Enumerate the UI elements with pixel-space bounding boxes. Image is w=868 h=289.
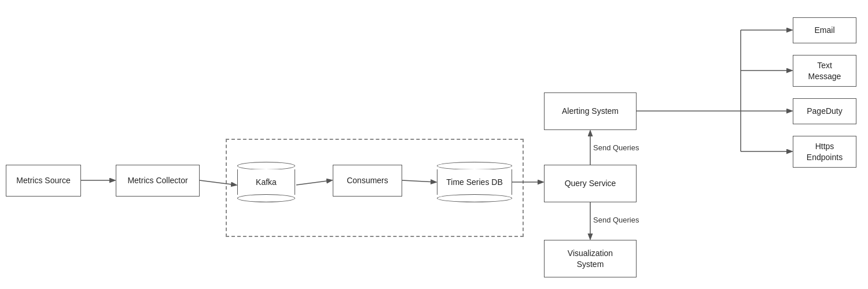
consumers-label: Consumers [347,175,388,186]
visualization-system-label: Visualization System [568,248,613,269]
pageduty-box: PageDuty [793,98,856,124]
alerting-system-label: Alerting System [562,106,619,116]
tsdb-cylinder: Time Series DB [437,161,512,203]
metrics-collector-box: Metrics Collector [116,165,200,197]
consumers-box: Consumers [333,165,402,197]
email-label: Email [814,25,834,35]
metrics-source-box: Metrics Source [6,165,81,197]
https-endpoints-box: Https Endpoints [793,136,856,168]
diagram: Metrics Source Metrics Collector Kafka C… [0,0,868,289]
kafka-cylinder: Kafka [237,161,295,203]
email-box: Email [793,17,856,43]
https-endpoints-label: Https Endpoints [807,141,843,162]
query-service-label: Query Service [565,178,616,188]
tsdb-label: Time Series DB [446,177,503,187]
metrics-source-label: Metrics Source [16,175,70,186]
kafka-label: Kafka [256,177,277,187]
send-queries-bottom-label: Send Queries [593,216,639,224]
metrics-collector-label: Metrics Collector [127,175,187,186]
query-service-box: Query Service [544,165,637,202]
alerting-system-box: Alerting System [544,92,637,130]
visualization-system-box: Visualization System [544,240,637,277]
pageduty-label: PageDuty [807,106,842,116]
send-queries-top-label: Send Queries [593,143,639,152]
text-message-label: Text Message [808,60,841,81]
text-message-box: Text Message [793,55,856,87]
